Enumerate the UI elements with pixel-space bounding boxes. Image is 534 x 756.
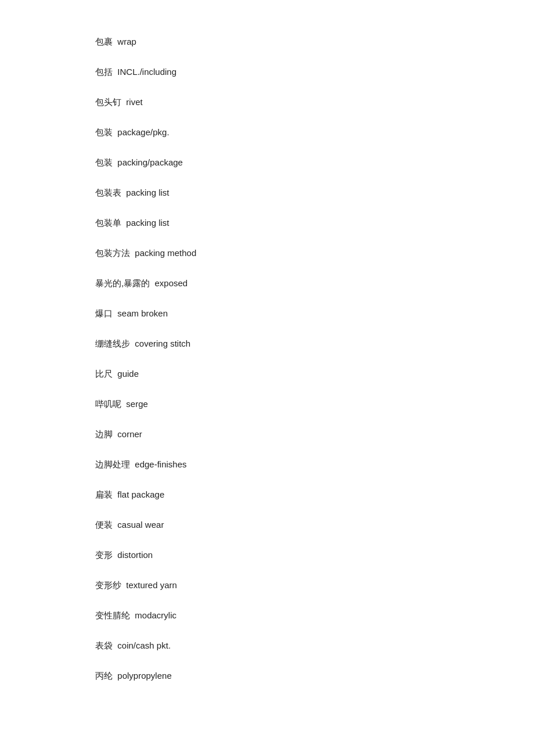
term-text: 包括 INCL./including	[95, 67, 176, 77]
term-text: 变形 distortion	[95, 550, 153, 560]
main-content: 包裹 wrap包括 INCL./including包头钉 rivet包装 pac…	[0, 0, 534, 734]
term-text: 包裹 wrap	[95, 37, 136, 46]
term-text: 变形纱 textured yarn	[95, 580, 177, 590]
list-item: 包括 INCL./including	[95, 65, 439, 79]
term-text: 变性腈纶 modacrylic	[95, 610, 176, 620]
list-item: 包头钉 rivet	[95, 95, 439, 109]
list-item: 边脚处理 edge-finishes	[95, 458, 439, 471]
list-item: 变形 distortion	[95, 548, 439, 562]
term-text: 丙纶 polypropylene	[95, 671, 172, 681]
term-text: 表袋 coin/cash pkt.	[95, 640, 171, 650]
list-item: 表袋 coin/cash pkt.	[95, 639, 439, 653]
term-text: 爆口 seam broken	[95, 308, 168, 318]
list-item: 包装 packing/package	[95, 156, 439, 170]
list-item: 丙纶 polypropylene	[95, 669, 439, 683]
list-item: 比尺 guide	[95, 367, 439, 381]
term-text: 包装方法 packing method	[95, 248, 196, 258]
terms-list: 包裹 wrap包括 INCL./including包头钉 rivet包装 pac…	[95, 35, 439, 683]
list-item: 包装 package/pkg.	[95, 125, 439, 139]
list-item: 包裹 wrap	[95, 35, 439, 49]
list-item: 扁装 flat package	[95, 488, 439, 502]
list-item: 边脚 corner	[95, 427, 439, 441]
term-text: 边脚处理 edge-finishes	[95, 459, 187, 469]
term-text: 哔叽呢 serge	[95, 399, 148, 409]
term-text: 绷缝线步 covering stitch	[95, 339, 190, 348]
list-item: 哔叽呢 serge	[95, 397, 439, 411]
list-item: 绷缝线步 covering stitch	[95, 337, 439, 351]
term-text: 扁装 flat package	[95, 489, 164, 499]
list-item: 爆口 seam broken	[95, 307, 439, 321]
term-text: 包装表 packing list	[95, 188, 169, 197]
term-text: 包装 packing/package	[95, 157, 183, 167]
list-item: 便装 casual wear	[95, 518, 439, 532]
term-text: 包装单 packing list	[95, 218, 169, 228]
list-item: 包装表 packing list	[95, 186, 439, 200]
list-item: 变形纱 textured yarn	[95, 578, 439, 592]
term-text: 便装 casual wear	[95, 520, 164, 530]
list-item: 包装方法 packing method	[95, 246, 439, 260]
term-text: 边脚 corner	[95, 429, 142, 439]
term-text: 暴光的,暴露的 exposed	[95, 278, 187, 288]
term-text: 包头钉 rivet	[95, 97, 143, 107]
list-item: 包装单 packing list	[95, 216, 439, 230]
list-item: 暴光的,暴露的 exposed	[95, 276, 439, 290]
term-text: 比尺 guide	[95, 369, 139, 379]
list-item: 变性腈纶 modacrylic	[95, 609, 439, 622]
term-text: 包装 package/pkg.	[95, 127, 169, 137]
